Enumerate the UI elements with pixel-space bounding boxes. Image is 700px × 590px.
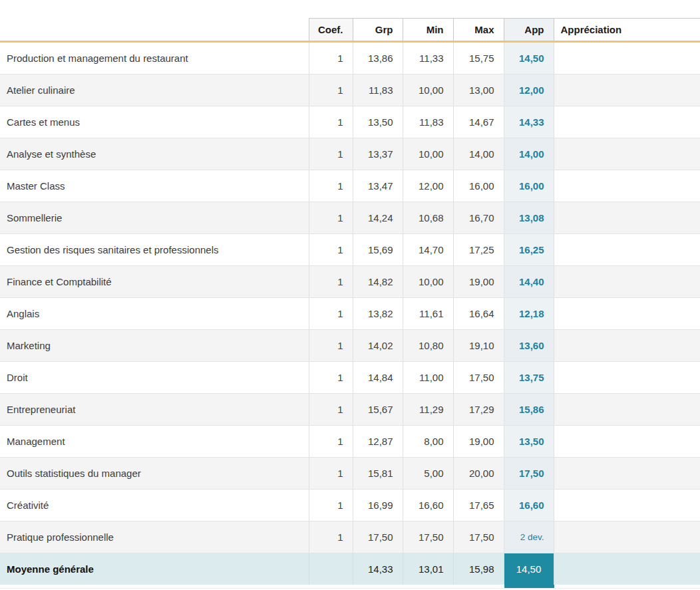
max-cell: 16,70 bbox=[453, 202, 504, 234]
coef-cell: 1 bbox=[309, 362, 353, 394]
coef-cell: 1 bbox=[309, 298, 353, 330]
header-min: Min bbox=[403, 19, 453, 42]
app-value-cell[interactable]: 2 dev. bbox=[504, 521, 554, 553]
table-row: Anglais113,8211,6116,6412,18 bbox=[0, 298, 700, 330]
app-value-cell[interactable]: 14,33 bbox=[504, 106, 554, 138]
max-cell: 20,00 bbox=[453, 458, 504, 490]
average-coef-cell bbox=[309, 553, 353, 587]
table-row: Pratique professionnelle117,5017,5017,50… bbox=[0, 521, 700, 553]
app-value-cell[interactable]: 16,25 bbox=[504, 234, 554, 266]
appreciation-cell bbox=[554, 234, 700, 266]
coef-cell: 1 bbox=[309, 394, 353, 426]
min-cell: 10,00 bbox=[403, 138, 453, 170]
max-cell: 19,00 bbox=[453, 266, 504, 298]
grp-cell: 12,87 bbox=[353, 426, 403, 458]
max-cell: 17,50 bbox=[453, 521, 504, 553]
app-value-cell[interactable]: 14,40 bbox=[504, 266, 554, 298]
max-cell: 19,00 bbox=[453, 426, 504, 458]
app-value-cell[interactable]: 15,86 bbox=[504, 394, 554, 426]
app-value-cell[interactable]: 13,60 bbox=[504, 330, 554, 362]
min-cell: 11,00 bbox=[403, 362, 453, 394]
app-value-cell[interactable]: 13,08 bbox=[504, 202, 554, 234]
subject-cell: Outils statistiques du manager bbox=[0, 458, 309, 490]
coef-cell: 1 bbox=[309, 170, 353, 202]
appreciation-cell bbox=[554, 106, 700, 138]
min-cell: 8,00 bbox=[403, 426, 453, 458]
subject-cell: Marketing bbox=[0, 330, 309, 362]
average-label: Moyenne générale bbox=[0, 553, 309, 587]
max-cell: 17,50 bbox=[453, 362, 504, 394]
app-value-cell[interactable]: 12,18 bbox=[504, 298, 554, 330]
header-max: Max bbox=[453, 19, 504, 42]
coef-cell: 1 bbox=[309, 330, 353, 362]
app-value-cell[interactable]: 13,50 bbox=[504, 426, 554, 458]
app-value-cell[interactable]: 13,75 bbox=[504, 362, 554, 394]
table-row: Entrepreneuriat115,6711,2917,2915,86 bbox=[0, 394, 700, 426]
table-row: Master Class113,4712,0016,0016,00 bbox=[0, 170, 700, 202]
coef-cell: 1 bbox=[309, 490, 353, 521]
grp-cell: 15,67 bbox=[353, 394, 403, 426]
average-appreciation-cell bbox=[554, 553, 700, 587]
grp-cell: 14,84 bbox=[353, 362, 403, 394]
table-row: Créativité116,9916,6017,6516,60 bbox=[0, 490, 700, 521]
min-cell: 11,29 bbox=[403, 394, 453, 426]
grades-table: Coef. Grp Min Max App Appréciation Produ… bbox=[0, 18, 700, 588]
app-value-cell[interactable]: 14,00 bbox=[504, 138, 554, 170]
subject-cell: Cartes et menus bbox=[0, 106, 309, 138]
app-value-cell[interactable]: 17,50 bbox=[504, 458, 554, 490]
average-row: Moyenne générale 14,33 13,01 15,98 14,50 bbox=[0, 553, 700, 587]
table-row: Gestion des risques sanitaires et profes… bbox=[0, 234, 700, 266]
subject-cell: Master Class bbox=[0, 170, 309, 202]
table-row: Outils statistiques du manager115,815,00… bbox=[0, 458, 700, 490]
coef-cell: 1 bbox=[309, 521, 353, 553]
coef-cell: 1 bbox=[309, 234, 353, 266]
grp-cell: 13,37 bbox=[353, 138, 403, 170]
appreciation-cell bbox=[554, 394, 700, 426]
grades-page: Coef. Grp Min Max App Appréciation Produ… bbox=[0, 0, 700, 590]
app-value-cell[interactable]: 12,00 bbox=[504, 74, 554, 106]
table-row: Production et management du restaurant11… bbox=[0, 42, 700, 74]
coef-cell: 1 bbox=[309, 202, 353, 234]
table-row: Cartes et menus113,5011,8314,6714,33 bbox=[0, 106, 700, 138]
app-value-cell[interactable]: 14,50 bbox=[504, 42, 554, 74]
appreciation-cell bbox=[554, 170, 700, 202]
subject-cell: Analyse et synthèse bbox=[0, 138, 309, 170]
grp-cell: 14,82 bbox=[353, 266, 403, 298]
subject-cell: Créativité bbox=[0, 490, 309, 521]
subject-cell: Anglais bbox=[0, 298, 309, 330]
app-value-cell[interactable]: 16,60 bbox=[504, 490, 554, 521]
grp-cell: 15,69 bbox=[353, 234, 403, 266]
header-subject bbox=[0, 19, 309, 42]
grp-cell: 13,86 bbox=[353, 42, 403, 74]
min-cell: 14,70 bbox=[403, 234, 453, 266]
coef-cell: 1 bbox=[309, 426, 353, 458]
appreciation-cell bbox=[554, 298, 700, 330]
max-cell: 14,67 bbox=[453, 106, 504, 138]
app-value-cell[interactable]: 16,00 bbox=[504, 170, 554, 202]
coef-cell: 1 bbox=[309, 106, 353, 138]
coef-cell: 1 bbox=[309, 74, 353, 106]
subject-cell: Gestion des risques sanitaires et profes… bbox=[0, 234, 309, 266]
max-cell: 14,00 bbox=[453, 138, 504, 170]
grp-cell: 13,47 bbox=[353, 170, 403, 202]
subject-cell: Finance et Comptabilité bbox=[0, 266, 309, 298]
grp-cell: 13,50 bbox=[353, 106, 403, 138]
subject-cell: Sommellerie bbox=[0, 202, 309, 234]
grp-cell: 11,83 bbox=[353, 74, 403, 106]
subject-cell: Atelier culinaire bbox=[0, 74, 309, 106]
appreciation-cell bbox=[554, 521, 700, 553]
grp-cell: 14,24 bbox=[353, 202, 403, 234]
max-cell: 17,29 bbox=[453, 394, 504, 426]
grades-table-container: Coef. Grp Min Max App Appréciation Produ… bbox=[0, 0, 700, 589]
max-cell: 17,65 bbox=[453, 490, 504, 521]
coef-cell: 1 bbox=[309, 138, 353, 170]
appreciation-cell bbox=[554, 330, 700, 362]
grp-cell: 14,02 bbox=[353, 330, 403, 362]
max-cell: 15,75 bbox=[453, 42, 504, 74]
table-row: Analyse et synthèse113,3710,0014,0014,00 bbox=[0, 138, 700, 170]
subject-cell: Pratique professionnelle bbox=[0, 521, 309, 553]
min-cell: 5,00 bbox=[403, 458, 453, 490]
average-app-cell: 14,50 bbox=[504, 553, 554, 587]
grp-cell: 17,50 bbox=[353, 521, 403, 553]
header-app: App bbox=[504, 19, 554, 42]
